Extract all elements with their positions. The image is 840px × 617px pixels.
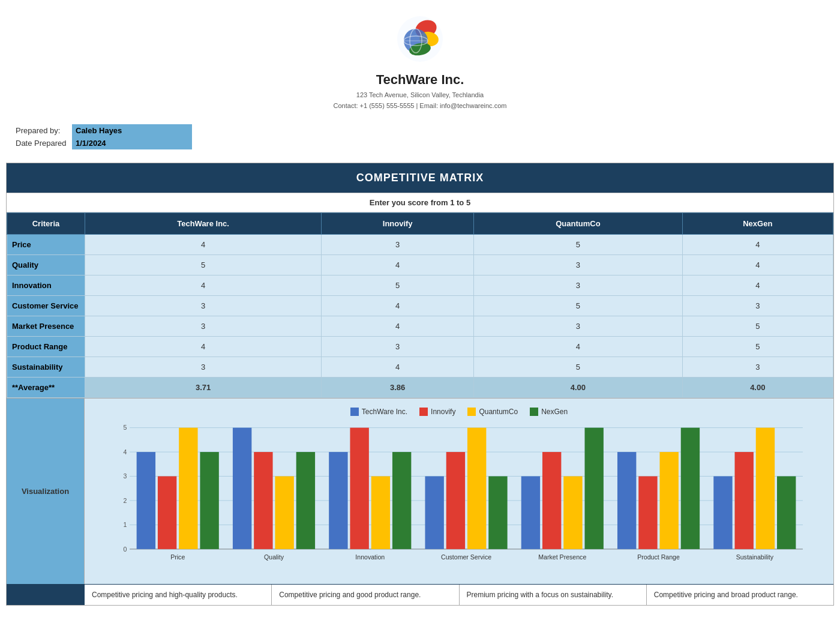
data-cell: 3: [85, 357, 322, 378]
legend-color: [419, 408, 428, 416]
legend-color: [530, 408, 538, 416]
legend-label: Innovify: [431, 408, 455, 416]
criteria-cell: Price: [7, 235, 85, 255]
svg-text:Price: Price: [170, 553, 185, 561]
col-header-4: NexGen: [682, 213, 833, 235]
svg-rect-24: [200, 452, 218, 549]
svg-rect-42: [542, 452, 561, 549]
footer-note: Premium pricing with a focus on sustaina…: [460, 585, 647, 605]
chart-svg: 012345PriceQualityInnovationCustomer Ser…: [91, 422, 827, 578]
company-address: 123 Tech Avenue, Silicon Valley, Techlan…: [0, 90, 840, 101]
col-header-criteria: Criteria: [7, 213, 85, 235]
footer-label-cell: [7, 585, 85, 605]
viz-row: Visualization TechWare Inc.InnovifyQuant…: [7, 398, 833, 584]
svg-text:Customer Service: Customer Service: [441, 553, 491, 561]
svg-rect-53: [756, 428, 775, 549]
data-cell: 5: [682, 337, 833, 357]
data-cell: 4: [85, 235, 322, 255]
svg-text:3: 3: [123, 473, 127, 480]
data-cell: 4: [322, 357, 474, 378]
avg-criteria-cell: **Average**: [7, 378, 85, 398]
matrix-data-row: Price4354: [7, 235, 833, 255]
svg-rect-43: [563, 477, 582, 549]
svg-rect-54: [777, 477, 796, 549]
meta-row-preparer: Prepared by: Caleb Hayes: [12, 124, 192, 137]
footer-note: Competitive pricing and good product ran…: [272, 585, 459, 605]
prepared-by-label: Prepared by:: [12, 124, 72, 137]
svg-text:2: 2: [123, 497, 127, 504]
data-cell: 4: [322, 316, 474, 337]
data-cell: 5: [682, 316, 833, 337]
matrix-data-row: Product Range4345: [7, 337, 833, 357]
col-header-1: TechWare Inc.: [85, 213, 322, 235]
data-cell: 4: [682, 235, 833, 255]
viz-label: Visualization: [7, 399, 85, 584]
svg-rect-34: [392, 452, 411, 549]
svg-text:Innovation: Innovation: [355, 553, 385, 561]
svg-text:1: 1: [123, 521, 127, 528]
footer-notes: Competitive pricing and high-quality pro…: [7, 584, 833, 605]
svg-text:5: 5: [123, 424, 127, 432]
svg-rect-39: [488, 477, 507, 549]
matrix-data-row: Market Presence3435: [7, 316, 833, 337]
svg-rect-28: [275, 477, 293, 549]
legend-item: NexGen: [530, 408, 568, 416]
data-cell: 3: [682, 296, 833, 316]
meta-section: Prepared by: Caleb Hayes Date Prepared 1…: [0, 117, 840, 157]
svg-rect-23: [179, 428, 197, 549]
matrix-subtitle: Enter you score from 1 to 5: [7, 193, 833, 212]
data-cell: 5: [474, 235, 682, 255]
svg-rect-37: [446, 452, 465, 549]
criteria-cell: Sustainability: [7, 357, 85, 378]
data-cell: 3: [474, 255, 682, 275]
svg-rect-33: [371, 477, 390, 549]
svg-rect-51: [713, 477, 732, 549]
svg-text:4: 4: [123, 448, 127, 456]
svg-rect-22: [158, 477, 176, 549]
col-header-2: Innovify: [322, 213, 474, 235]
svg-rect-29: [296, 452, 315, 549]
svg-rect-36: [425, 477, 443, 549]
legend-label: TechWare Inc.: [362, 408, 407, 416]
footer-note: Competitive pricing and high-quality pro…: [85, 585, 272, 605]
avg-row: **Average**3.713.864.004.00: [7, 378, 833, 398]
company-name: TechWare Inc.: [0, 72, 840, 88]
svg-rect-49: [681, 428, 700, 549]
svg-rect-41: [521, 477, 540, 549]
legend-item: QuantumCo: [467, 408, 518, 416]
col-header-3: QuantumCo: [474, 213, 682, 235]
data-cell: 4: [322, 296, 474, 316]
svg-rect-38: [467, 428, 486, 549]
svg-rect-21: [137, 452, 155, 549]
data-cell: 3: [322, 337, 474, 357]
svg-text:Market Presence: Market Presence: [538, 553, 586, 561]
meta-table: Prepared by: Caleb Hayes Date Prepared 1…: [12, 124, 192, 149]
page: TechWare Inc. 123 Tech Avenue, Silicon V…: [0, 0, 840, 606]
svg-rect-27: [254, 452, 272, 549]
criteria-cell: Innovation: [7, 275, 85, 296]
avg-data-cell: 3.86: [322, 378, 474, 398]
chart-area: 012345PriceQualityInnovationCustomer Ser…: [91, 422, 827, 578]
data-cell: 5: [474, 357, 682, 378]
data-cell: 5: [474, 296, 682, 316]
data-cell: 4: [474, 337, 682, 357]
data-cell: 3: [682, 357, 833, 378]
svg-text:0: 0: [123, 546, 127, 553]
data-cell: 4: [682, 255, 833, 275]
avg-data-cell: 4.00: [682, 378, 833, 398]
svg-rect-46: [617, 452, 636, 549]
data-cell: 5: [85, 255, 322, 275]
matrix-header-row: Criteria TechWare Inc. Innovify QuantumC…: [7, 213, 833, 235]
prepared-by-value: Caleb Hayes: [72, 124, 192, 137]
logo: [393, 12, 447, 66]
data-cell: 4: [85, 337, 322, 357]
data-cell: 5: [322, 275, 474, 296]
footer-content: Competitive pricing and high-quality pro…: [85, 585, 833, 605]
avg-data-cell: 4.00: [474, 378, 682, 398]
legend-item: TechWare Inc.: [350, 408, 407, 416]
matrix-table: Criteria TechWare Inc. Innovify QuantumC…: [7, 212, 833, 398]
company-contact: Contact: +1 (555) 555-5555 | Email: info…: [0, 101, 840, 112]
legend-color: [467, 408, 476, 416]
data-cell: 3: [474, 275, 682, 296]
avg-data-cell: 3.71: [85, 378, 322, 398]
